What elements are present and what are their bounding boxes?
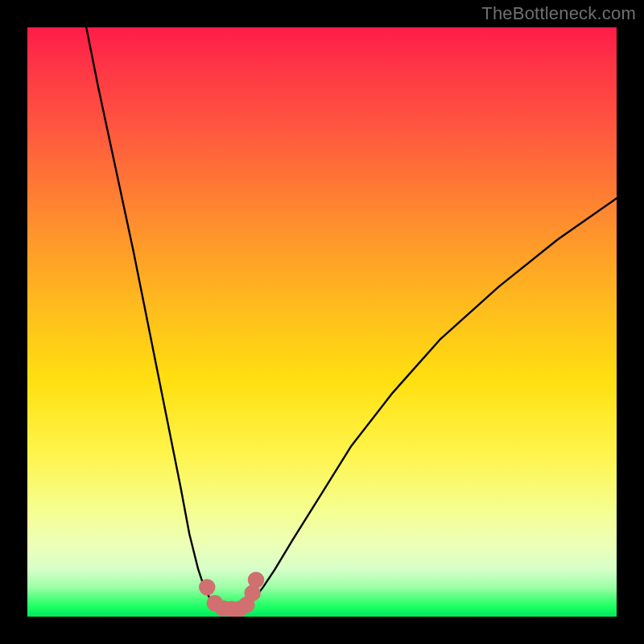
marker-layer [199, 572, 264, 617]
bottleneck-curve [86, 27, 617, 609]
highlight-dot [199, 579, 216, 596]
plot-area [27, 27, 617, 617]
watermark-text: TheBottleneck.com [481, 3, 636, 24]
outer-frame: TheBottleneck.com [0, 0, 644, 644]
curve-layer [86, 27, 617, 609]
highlight-dot [248, 572, 265, 588]
chart-svg [27, 27, 617, 617]
